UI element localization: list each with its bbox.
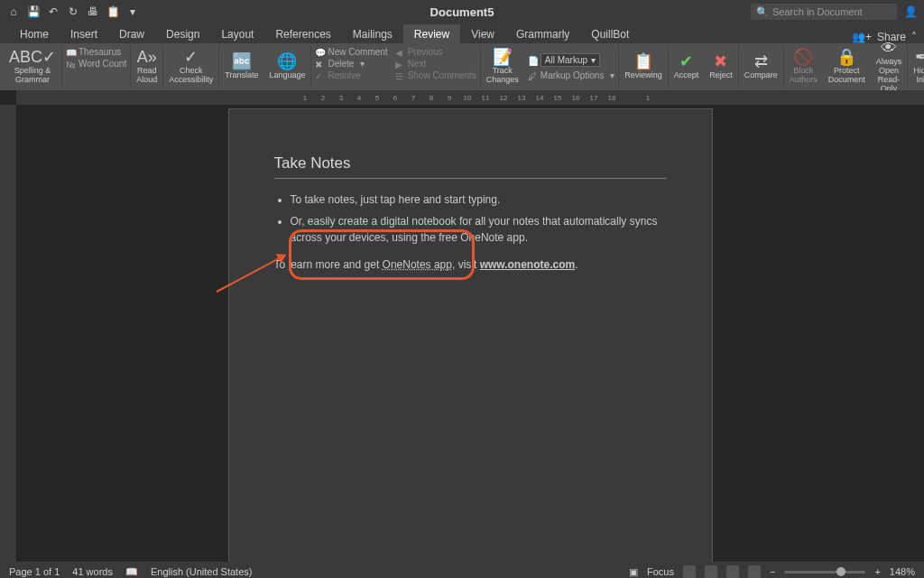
next-icon: ▶ (395, 60, 404, 69)
delete-comment-button[interactable]: ✖Delete ▾ (315, 59, 387, 69)
tab-design[interactable]: Design (155, 24, 210, 43)
book-icon: 📖 (66, 48, 75, 57)
tab-references[interactable]: References (264, 24, 341, 43)
focus-button[interactable]: Focus (647, 566, 674, 577)
readaloud-button[interactable]: A» Read Aloud (131, 45, 163, 89)
zoom-out-button[interactable]: − (770, 566, 775, 577)
spelling-button[interactable]: ABC✓ Spelling & Grammar (4, 45, 62, 89)
markupoptions-button[interactable]: 🖊Markup Options ▾ (528, 70, 614, 80)
onenote-link[interactable]: www.onenote.com (480, 258, 576, 271)
delete-icon: ✖ (315, 60, 324, 69)
share-icon: 👥+ (852, 31, 872, 43)
tab-quillbot[interactable]: QuillBot (580, 24, 640, 43)
tab-view[interactable]: View (460, 24, 505, 43)
blockauthors-button[interactable]: 🚫 Block Authors (784, 45, 823, 89)
language-button[interactable]: 🌐 Language (263, 45, 311, 89)
reviewing-button[interactable]: 📋 Reviewing (619, 45, 669, 89)
save-icon[interactable]: 💾 (27, 5, 40, 18)
accessibility-button[interactable]: ✓ Check Accessibility (163, 45, 219, 89)
statusbar: Page 1 of 1 41 words 📖 English (United S… (0, 562, 924, 578)
workspace: 1234567891011121314151617181 Take Notes … (0, 90, 924, 562)
comments-icon: ☰ (395, 71, 404, 80)
view-print-icon[interactable] (683, 565, 696, 578)
ribbon-tabs: Home Insert Draw Design Layout Reference… (0, 23, 924, 43)
heading-divider (274, 178, 667, 179)
protect-button[interactable]: 🔒 Protect Document (823, 45, 871, 89)
ribbon: ABC✓ Spelling & Grammar 📖Thesaurus №Word… (0, 43, 924, 90)
clipboard-icon[interactable]: 📋 (106, 5, 119, 18)
focus-icon: ▣ (629, 566, 638, 578)
heading[interactable]: Take Notes (274, 154, 667, 172)
learn-paragraph[interactable]: To learn more and get OneNotes app, visi… (274, 258, 667, 271)
resolve-button[interactable]: ✓Resolve (315, 70, 387, 80)
bullet-list[interactable]: To take notes, just tap here and start t… (274, 191, 667, 246)
zoom-slider[interactable] (784, 571, 865, 573)
user-icon[interactable]: 👤 (904, 5, 917, 18)
page[interactable]: Take Notes To take notes, just tap here … (228, 108, 713, 562)
translate-button[interactable]: 🔤 Translate (219, 45, 263, 89)
newcomment-button[interactable]: 💬New Comment (315, 47, 387, 57)
chevron-down-icon[interactable]: ▾ (126, 5, 139, 18)
language-status[interactable]: English (United States) (151, 566, 253, 577)
spellcheck-status-icon[interactable]: 📖 (125, 566, 138, 578)
tab-mailings[interactable]: Mailings (342, 24, 403, 43)
wordcount-button[interactable]: №Word Count (66, 59, 126, 69)
accept-button[interactable]: ✔ Accept (669, 45, 705, 89)
ink-icon: ✒ (915, 49, 924, 67)
search-input[interactable]: 🔍 Search in Document (751, 4, 897, 20)
ruler-vertical[interactable] (0, 105, 17, 562)
chevron-down-icon: ▾ (591, 55, 596, 65)
blockauthors-icon: 🚫 (793, 49, 813, 67)
tab-draw[interactable]: Draw (108, 24, 155, 43)
doc-icon: 📄 (528, 56, 537, 65)
trackchanges-button[interactable]: 📝 Track Changes (481, 45, 524, 89)
word-count[interactable]: 41 words (72, 566, 113, 577)
compare-button[interactable]: ⇄ Compare (739, 45, 784, 89)
next-button[interactable]: ▶Next (395, 59, 476, 69)
tab-home[interactable]: Home (9, 24, 60, 43)
readonly-button[interactable]: 👁 Always Open Read-Only (871, 45, 909, 89)
squiggle-text[interactable]: OneNotes app (383, 258, 452, 271)
previous-button[interactable]: ◀Previous (395, 47, 476, 57)
page-indicator[interactable]: Page 1 of 1 (9, 566, 60, 577)
trackchanges-icon: 📝 (493, 49, 513, 67)
home-icon[interactable]: ⌂ (7, 5, 20, 18)
eye-icon: 👁 (881, 40, 897, 58)
readaloud-icon: A» (137, 49, 157, 67)
undo-icon[interactable]: ↶ (47, 5, 60, 18)
document-canvas[interactable]: Take Notes To take notes, just tap here … (16, 105, 924, 562)
collapse-ribbon-icon[interactable]: ˄ (911, 31, 917, 43)
reject-button[interactable]: ✖ Reject (704, 45, 739, 89)
compare-icon: ⇄ (754, 53, 768, 71)
ruler-horizontal[interactable]: 1234567891011121314151617181 (16, 90, 924, 106)
view-draft-icon[interactable] (748, 565, 761, 578)
tab-review[interactable]: Review (403, 24, 460, 43)
translate-icon: 🔤 (232, 53, 252, 71)
zoom-in-button[interactable]: + (874, 566, 880, 577)
search-icon: 🔍 (756, 6, 769, 18)
search-placeholder: Search in Document (772, 6, 863, 17)
list-item[interactable]: Or, easily create a digital notebook for… (291, 213, 667, 246)
print-icon[interactable]: 🖶 (87, 5, 99, 18)
list-item[interactable]: To take notes, just tap here and start t… (291, 191, 667, 208)
tab-layout[interactable]: Layout (210, 24, 264, 43)
zoom-level[interactable]: 148% (890, 566, 915, 577)
tab-grammarly[interactable]: Grammarly (505, 24, 580, 43)
tab-insert[interactable]: Insert (60, 24, 108, 43)
lock-icon: 🔒 (836, 49, 856, 67)
accept-icon: ✔ (679, 53, 693, 71)
showcomments-button[interactable]: ☰Show Comments (395, 70, 476, 80)
titlebar: ⌂ 💾 ↶ ↻ 🖶 📋 ▾ Document5 🔍 Search in Docu… (0, 0, 924, 23)
hideink-button[interactable]: ✒ Hide Ink (908, 45, 924, 89)
document-title: Document5 (430, 5, 494, 19)
view-outline-icon[interactable] (726, 565, 739, 578)
reject-icon: ✖ (714, 53, 727, 71)
pen-icon: 🖊 (528, 71, 537, 80)
redo-icon[interactable]: ↻ (67, 5, 79, 18)
markup-dropdown[interactable]: All Markup▾ (541, 53, 600, 67)
prev-icon: ◀ (395, 48, 404, 57)
quick-access: ⌂ 💾 ↶ ↻ 🖶 📋 ▾ (0, 5, 139, 18)
count-icon: № (66, 60, 75, 69)
thesaurus-button[interactable]: 📖Thesaurus (66, 47, 126, 57)
view-web-icon[interactable] (705, 565, 717, 578)
